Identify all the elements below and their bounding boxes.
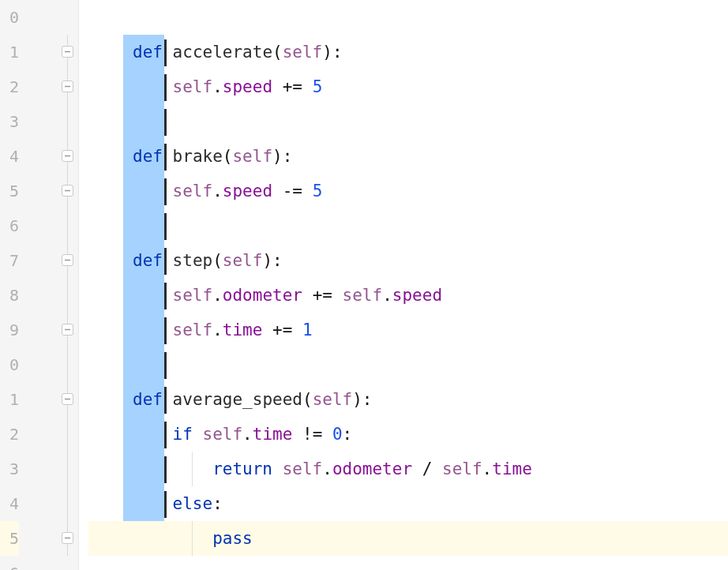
code-line[interactable]: pass xyxy=(88,521,728,556)
token-plain xyxy=(133,425,173,444)
code-line[interactable]: self.odometer += self.speed xyxy=(88,278,728,313)
line-number: 2 xyxy=(0,69,19,104)
token-plain xyxy=(432,459,442,478)
code-line[interactable]: self.time += 1 xyxy=(88,313,728,347)
code-line[interactable] xyxy=(88,556,728,570)
token-plain: . xyxy=(212,286,223,305)
line-number: 5 xyxy=(0,174,19,208)
line-number: 3 xyxy=(0,104,19,139)
line-number: 6 xyxy=(0,208,19,243)
token-op: != xyxy=(302,425,322,444)
line-number: 0 xyxy=(0,0,19,35)
code-line[interactable] xyxy=(88,208,728,243)
token-num: 0 xyxy=(332,425,343,444)
fold-toggle-icon[interactable] xyxy=(62,393,73,405)
token-self: self xyxy=(283,43,323,62)
token-paren: ): xyxy=(352,390,372,409)
code-line[interactable]: else: xyxy=(88,486,728,521)
token-plain xyxy=(133,77,173,96)
line-number: 9 xyxy=(0,313,19,347)
code-line[interactable]: self.speed += 5 xyxy=(88,69,728,104)
token-op: += xyxy=(283,77,302,96)
token-plain: . xyxy=(482,459,493,478)
token-self: self xyxy=(173,321,213,339)
token-plain xyxy=(272,459,283,478)
code-line[interactable]: def accelerate(self): xyxy=(88,35,728,69)
token-num: 5 xyxy=(313,77,323,96)
token-attr: odometer xyxy=(223,286,302,305)
token-plain xyxy=(133,321,173,339)
token-plain: . xyxy=(322,459,332,478)
token-plain xyxy=(272,182,283,201)
fold-toggle-icon[interactable] xyxy=(62,532,73,544)
code-line[interactable]: def step(self): xyxy=(88,243,728,278)
fold-guideline xyxy=(67,35,68,556)
code-line[interactable] xyxy=(88,0,728,35)
token-plain xyxy=(163,251,173,270)
token-plain xyxy=(412,459,422,478)
indent-guide xyxy=(192,452,193,486)
token-plain xyxy=(133,494,173,513)
token-plain: . xyxy=(212,77,223,96)
code-line[interactable]: def average_speed(self): xyxy=(88,382,728,417)
line-numbers-column: 01234567890123456 xyxy=(0,0,22,570)
line-number: 7 xyxy=(0,243,19,278)
line-number: 4 xyxy=(0,139,19,174)
token-num: 5 xyxy=(313,182,323,201)
code-line[interactable] xyxy=(88,347,728,382)
token-kw: pass xyxy=(212,529,253,548)
token-paren: ( xyxy=(212,251,223,270)
token-plain: . xyxy=(212,182,223,201)
code-editor[interactable]: 01234567890123456 def accelerate(self): … xyxy=(0,0,728,570)
token-paren: ( xyxy=(302,390,313,409)
token-def-name: brake xyxy=(173,147,223,166)
token-attr: odometer xyxy=(332,459,412,478)
token-plain xyxy=(133,182,173,201)
token-op: -= xyxy=(283,182,302,201)
code-line[interactable]: def brake(self): xyxy=(88,139,728,174)
token-def-name: accelerate xyxy=(173,43,272,62)
token-plain xyxy=(163,147,173,166)
line-number: 2 xyxy=(0,417,19,452)
token-paren: ( xyxy=(272,43,283,62)
token-plain xyxy=(332,286,343,305)
token-plain: . xyxy=(382,286,392,305)
fold-toggle-icon[interactable] xyxy=(62,324,73,336)
code-area[interactable]: def accelerate(self): self.speed += 5def… xyxy=(79,0,728,570)
token-kw: def xyxy=(133,147,163,166)
fold-toggle-icon[interactable] xyxy=(62,46,73,58)
token-plain xyxy=(193,425,203,444)
fold-toggle-icon[interactable] xyxy=(62,254,73,266)
token-self: self xyxy=(173,286,213,305)
token-paren: ( xyxy=(223,147,233,166)
token-self: self xyxy=(173,182,213,201)
code-line[interactable]: if self.time != 0: xyxy=(88,417,728,452)
code-line[interactable]: return self.odometer / self.time xyxy=(88,452,728,486)
token-kw: def xyxy=(133,390,163,409)
token-plain xyxy=(163,43,173,62)
token-plain xyxy=(133,286,173,305)
fold-toggle-icon[interactable] xyxy=(62,185,73,197)
code-line[interactable] xyxy=(88,104,728,139)
token-plain xyxy=(292,425,302,444)
token-kw: if xyxy=(173,425,193,444)
line-number: 4 xyxy=(0,486,19,521)
fold-toggle-icon[interactable] xyxy=(62,81,73,92)
token-attr: speed xyxy=(223,182,272,201)
line-number: 0 xyxy=(0,347,19,382)
token-attr: time xyxy=(492,459,532,478)
token-plain: . xyxy=(212,321,223,339)
indent-guide xyxy=(192,521,193,556)
token-self: self xyxy=(313,390,353,409)
token-kw: def xyxy=(133,43,163,62)
line-number: 8 xyxy=(0,278,19,313)
code-line[interactable]: self.speed -= 5 xyxy=(88,174,728,208)
token-paren: ): xyxy=(272,147,292,166)
line-number: 1 xyxy=(0,382,19,417)
token-kw: return xyxy=(212,459,272,478)
token-attr: speed xyxy=(223,77,272,96)
fold-toggle-icon[interactable] xyxy=(62,150,73,162)
gutter: 01234567890123456 xyxy=(0,0,79,570)
token-plain xyxy=(292,321,302,339)
token-plain xyxy=(272,77,283,96)
